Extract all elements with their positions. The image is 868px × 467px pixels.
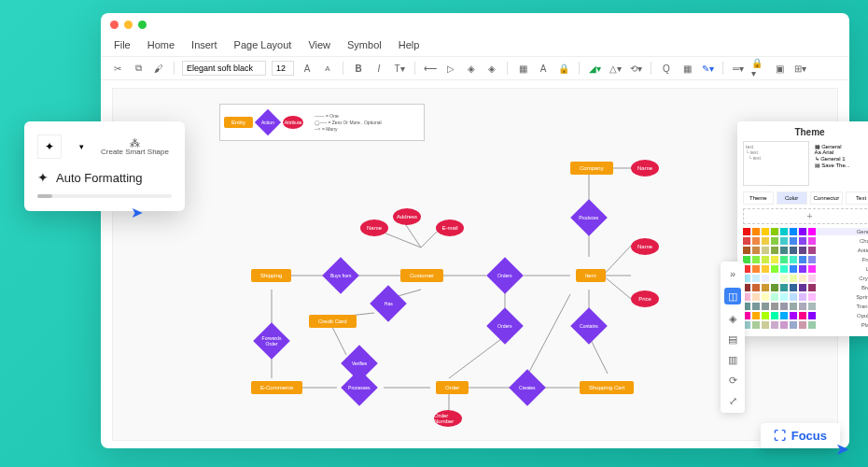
swatch[interactable] <box>762 293 769 301</box>
swatch[interactable] <box>780 312 788 319</box>
swatch[interactable] <box>799 247 806 254</box>
swatch[interactable] <box>799 237 806 245</box>
sparkle-icon[interactable]: ✦ <box>37 134 62 159</box>
swatch[interactable] <box>762 247 769 254</box>
swatch[interactable] <box>752 247 760 254</box>
menu-pagelayout[interactable]: Page Layout <box>234 39 292 50</box>
swatch[interactable] <box>808 303 816 310</box>
swatch[interactable] <box>790 265 797 273</box>
node-creditcard[interactable]: Credit Card <box>309 315 357 328</box>
swatch[interactable] <box>799 265 806 273</box>
send-back-icon[interactable]: ◈ <box>464 61 479 76</box>
swatch[interactable] <box>790 247 797 254</box>
tool-theme-icon[interactable]: ◫ <box>724 288 741 304</box>
pointer-icon[interactable]: ▷ <box>443 61 458 76</box>
swatch[interactable] <box>771 312 778 319</box>
node-name1[interactable]: Name <box>631 160 659 177</box>
swatch[interactable] <box>799 228 806 235</box>
swatch[interactable] <box>790 228 797 235</box>
node-shoppingcart[interactable]: Shopping Cart <box>580 381 634 394</box>
palette-row[interactable]: Antique <box>743 247 868 254</box>
pen-icon[interactable]: ✎▾ <box>700 61 715 76</box>
palette-row[interactable]: Sprinkle <box>743 293 868 301</box>
font-grow-icon[interactable]: A <box>300 61 315 76</box>
swatch[interactable] <box>771 228 778 235</box>
swatch[interactable] <box>808 275 816 282</box>
menu-help[interactable]: Help <box>399 39 420 50</box>
node-order[interactable]: Order <box>436 381 469 394</box>
swatch[interactable] <box>743 237 750 245</box>
cut-icon[interactable]: ✂ <box>110 61 125 76</box>
swatch[interactable] <box>771 293 778 301</box>
swatch[interactable] <box>752 284 760 291</box>
swatch[interactable] <box>799 303 806 310</box>
crop-icon[interactable]: ⟲▾ <box>628 61 643 76</box>
node-ecommerce[interactable]: E-Commerce <box>251 381 302 394</box>
swatch[interactable] <box>799 275 806 282</box>
group-icon[interactable]: ▣ <box>772 61 787 76</box>
more-icon[interactable]: ⊞▾ <box>792 61 807 76</box>
swatch[interactable] <box>762 275 769 282</box>
grid-icon[interactable]: ▦ <box>679 61 694 76</box>
swatch[interactable] <box>762 303 769 310</box>
swatch[interactable] <box>762 256 769 263</box>
tool-collapse-icon[interactable]: » <box>726 267 739 280</box>
tab-connector[interactable]: Connector <box>810 191 844 205</box>
node-shipping[interactable]: Shipping <box>251 269 291 282</box>
swatch[interactable] <box>771 256 778 263</box>
lock-icon[interactable]: 🔒 <box>556 61 571 76</box>
swatch[interactable] <box>808 228 816 235</box>
theme-preview-box[interactable]: text└ text └ text <box>743 141 809 186</box>
swatch[interactable] <box>771 247 778 254</box>
align-icon[interactable]: ▦ <box>515 61 530 76</box>
swatch[interactable] <box>780 321 788 329</box>
palette-row[interactable]: Tranquil <box>743 303 868 310</box>
swatch[interactable] <box>752 275 760 282</box>
swatch[interactable] <box>780 265 788 273</box>
swatch[interactable] <box>780 293 788 301</box>
menu-home[interactable]: Home <box>147 39 175 50</box>
swatch[interactable] <box>780 256 788 263</box>
palette-row[interactable]: Live <box>743 265 868 273</box>
swatch[interactable] <box>780 303 788 310</box>
tool-page-icon[interactable]: ▤ <box>726 333 739 346</box>
font-shrink-icon[interactable]: A <box>320 61 335 76</box>
lock2-icon[interactable]: 🔒▾ <box>751 61 766 76</box>
node-email[interactable]: E-mail <box>436 219 464 236</box>
fill-icon[interactable]: ◢▾ <box>587 61 602 76</box>
swatch[interactable] <box>780 275 788 282</box>
swatch[interactable] <box>780 284 788 291</box>
palette-row[interactable]: Fresh <box>743 256 868 263</box>
node-item[interactable]: Item <box>576 269 606 282</box>
swatch[interactable] <box>799 293 806 301</box>
swatch[interactable] <box>762 237 769 245</box>
text-icon[interactable]: A <box>536 61 551 76</box>
swatch[interactable] <box>808 312 816 319</box>
tab-text[interactable]: Text <box>846 191 868 205</box>
swatch[interactable] <box>790 237 797 245</box>
swatch[interactable] <box>762 321 769 329</box>
menu-symbol[interactable]: Symbol <box>347 39 382 50</box>
swatch[interactable] <box>799 256 806 263</box>
swatch[interactable] <box>771 237 778 245</box>
swatch[interactable] <box>762 265 769 273</box>
font-size[interactable] <box>272 61 294 76</box>
swatch[interactable] <box>771 265 778 273</box>
swatch[interactable] <box>743 247 750 254</box>
node-name3[interactable]: Name <box>631 238 659 255</box>
copy-icon[interactable]: ⧉ <box>131 61 146 76</box>
tab-color[interactable]: Color <box>777 191 807 205</box>
zoom-fit-icon[interactable]: Q <box>659 61 674 76</box>
swatch[interactable] <box>743 228 750 235</box>
chevron-down-icon[interactable]: ▾ <box>69 134 93 159</box>
bring-front-icon[interactable]: ◈ <box>484 61 499 76</box>
text-more-icon[interactable]: T▾ <box>392 61 407 76</box>
focus-button[interactable]: ⛶ Focus <box>761 423 840 448</box>
close-dot[interactable] <box>110 21 119 29</box>
font-select[interactable] <box>182 61 266 76</box>
tab-theme[interactable]: Theme <box>743 191 774 205</box>
swatch[interactable] <box>808 293 816 301</box>
swatch[interactable] <box>790 312 797 319</box>
swatch[interactable] <box>771 275 778 282</box>
swatch[interactable] <box>808 265 816 273</box>
